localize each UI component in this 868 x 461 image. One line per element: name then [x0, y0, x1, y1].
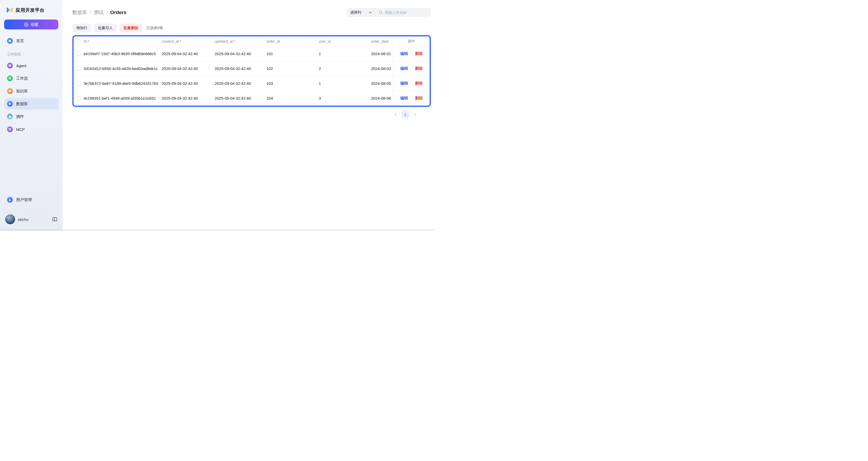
add-row-button[interactable]: 增加行	[72, 24, 91, 32]
delete-link[interactable]: 删除	[415, 96, 423, 101]
cell-id: e4159ef7-15d7-45b3-9635-0f8db9e666c5	[84, 52, 162, 56]
row-actions: 编辑 删除	[393, 76, 430, 91]
cell-updated-at: 2025-09-04 02:42:40	[215, 96, 267, 100]
cell-order-date: 2024-08-05	[371, 81, 393, 86]
header-controls: 选择列	[347, 8, 431, 17]
edit-link[interactable]: 编辑	[400, 96, 408, 101]
sidebar-collapse-icon[interactable]	[52, 217, 57, 222]
column-label: ID	[84, 39, 87, 43]
sidebar-item-knowledge-base[interactable]: 知识库	[4, 85, 58, 97]
row-checkbox[interactable]	[77, 66, 81, 71]
row-checkbox-cell	[74, 52, 84, 56]
sidebar-item-label: 插件	[16, 114, 24, 119]
sidebar-item-workflow[interactable]: 工作流	[4, 72, 58, 84]
breadcrumb-table-group[interactable]: 测试	[94, 9, 103, 16]
plus-circle-icon	[24, 22, 28, 27]
select-all-checkbox[interactable]	[77, 39, 81, 44]
selected-suffix: 项	[159, 26, 163, 30]
cell-order-id: 103	[267, 81, 319, 86]
chevron-down-icon	[369, 11, 372, 13]
column-header-order-date: order_date	[371, 39, 393, 43]
breadcrumb-database[interactable]: 数据库	[72, 9, 87, 16]
cell-user-id: 2	[319, 66, 371, 71]
sidebar-item-database[interactable]: 数据库	[4, 98, 58, 110]
required-marker: *	[88, 39, 89, 43]
column-header-order-id: order_id	[267, 39, 319, 43]
sidebar-item-plugin[interactable]: 插件	[4, 111, 58, 122]
sidebar-nav: 首页 工作空间 Agent 工作流 知识库	[4, 35, 58, 136]
app-logo-row: 应用开发平台	[6, 7, 57, 13]
pagination: 1	[72, 110, 431, 118]
create-button-label: 创建	[31, 22, 38, 27]
action-divider	[411, 96, 412, 100]
required-marker: *	[234, 39, 235, 43]
cell-created-at: 2025-09-04 02:42:40	[162, 52, 215, 56]
sidebar-item-user-management[interactable]: 用户管理	[4, 194, 58, 206]
user-row: taichu	[4, 213, 58, 230]
cell-user-id: 1	[319, 52, 371, 56]
bulk-delete-button[interactable]: 批量删除	[120, 24, 142, 32]
edit-link[interactable]: 编辑	[400, 51, 408, 56]
delete-link[interactable]: 删除	[415, 66, 423, 71]
app-screen: 应用开发平台 创建 首页 工作空间 Agent	[0, 0, 434, 230]
breadcrumb: 数据库 / 测试 / Orders	[72, 9, 126, 16]
cell-created-at: 2025-09-04 02:42:40	[162, 81, 215, 86]
required-marker: *	[180, 39, 181, 43]
page-number-current[interactable]: 1	[401, 110, 409, 118]
column-header-actions: 操作	[393, 36, 430, 46]
table-row: 2d162d12-b555-4c55-a62b-bad03ad8eb1c 202…	[74, 61, 430, 76]
app-title: 应用开发平台	[16, 7, 44, 13]
database-icon	[7, 101, 13, 107]
sidebar-item-home[interactable]: 首页	[4, 35, 58, 47]
delete-link[interactable]: 删除	[415, 81, 423, 86]
cell-order-id: 101	[267, 52, 319, 56]
row-actions: 编辑 删除	[393, 61, 430, 76]
cell-updated-at: 2025-09-04 02:42:40	[215, 81, 267, 86]
next-page-icon[interactable]	[414, 113, 416, 116]
delete-link[interactable]: 删除	[415, 51, 423, 56]
sidebar-item-label: Agent	[16, 63, 26, 68]
row-checkbox-cell	[74, 66, 84, 71]
knowledge-base-icon	[7, 88, 13, 94]
cell-id: 4c299351-bef1-4948-a559-af35b1e1e931	[84, 96, 162, 100]
edit-link[interactable]: 编辑	[400, 81, 408, 86]
sidebar-item-agent[interactable]: Agent	[4, 60, 58, 71]
sidebar-item-label: 首页	[16, 38, 24, 43]
table-row: e4159ef7-15d7-45b3-9635-0f8db9e666c5 202…	[74, 46, 430, 61]
orders-table: ID* created_at* updated_at* order_id use…	[72, 35, 431, 107]
user-name: taichu	[18, 217, 28, 222]
table-row: 4c299351-bef1-4948-a559-af35b1e1e931 202…	[74, 91, 430, 105]
header-checkbox-cell	[74, 39, 84, 44]
selected-prefix: 已选择	[146, 26, 157, 30]
column-select-label: 选择列	[350, 10, 361, 15]
search-input[interactable]	[385, 10, 424, 14]
main-content: 数据库 / 测试 / Orders 选择列	[62, 0, 434, 230]
column-header-user-id: user_id	[319, 39, 371, 43]
search-icon	[379, 10, 383, 14]
row-checkbox[interactable]	[77, 81, 81, 86]
row-checkbox[interactable]	[77, 96, 81, 100]
workspace-section-label: 工作空间	[7, 52, 55, 57]
edit-link[interactable]: 编辑	[400, 66, 408, 71]
row-checkbox-cell	[74, 81, 84, 86]
row-actions: 编辑 删除	[393, 46, 430, 61]
table-header-row: ID* created_at* updated_at* order_id use…	[74, 36, 430, 46]
cell-order-date: 2024-08-06	[371, 96, 393, 100]
cell-user-id: 1	[319, 81, 371, 86]
column-select-dropdown[interactable]: 选择列	[347, 8, 375, 17]
action-divider	[411, 82, 412, 85]
breadcrumb-separator: /	[90, 10, 91, 16]
sidebar: 应用开发平台 创建 首页 工作空间 Agent	[0, 0, 62, 230]
create-button[interactable]: 创建	[4, 20, 58, 29]
cell-order-date: 2024-08-03	[371, 66, 393, 71]
prev-page-icon[interactable]	[394, 113, 397, 116]
cell-order-id: 102	[267, 66, 319, 71]
column-label: updated_at	[215, 39, 233, 43]
user-avatar[interactable]	[5, 214, 15, 224]
row-actions: 编辑 删除	[393, 91, 430, 105]
sidebar-divider	[4, 210, 59, 210]
bulk-import-button[interactable]: 批量导入	[94, 24, 117, 32]
sidebar-item-mcp[interactable]: MCP	[4, 124, 58, 135]
row-checkbox[interactable]	[77, 52, 81, 56]
cell-updated-at: 2025-09-04 02:42:40	[215, 66, 267, 71]
